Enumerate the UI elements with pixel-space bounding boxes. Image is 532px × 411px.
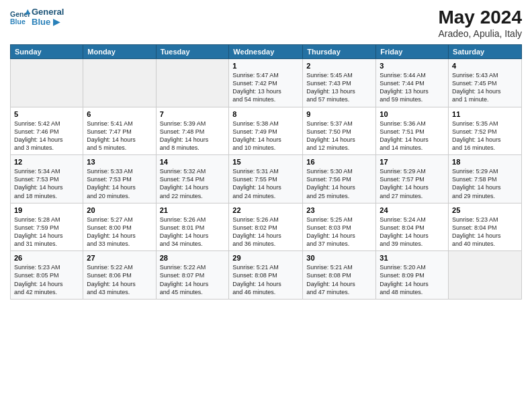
day-number: 29 [232,254,299,262]
day-number: 22 [232,206,299,214]
day-number: 16 [306,158,372,166]
table-cell: 21Sunrise: 5:26 AM Sunset: 8:01 PM Dayli… [156,203,229,251]
table-cell: 18Sunrise: 5:29 AM Sunset: 7:58 PM Dayli… [449,155,522,203]
day-info: Sunrise: 5:28 AM Sunset: 7:59 PM Dayligh… [14,216,79,248]
table-cell: 8Sunrise: 5:38 AM Sunset: 7:49 PM Daylig… [229,107,303,155]
day-number: 7 [160,110,226,118]
table-cell: 12Sunrise: 5:34 AM Sunset: 7:53 PM Dayli… [11,155,83,203]
location: Aradeo, Apulia, Italy [438,28,522,39]
table-cell: 27Sunrise: 5:22 AM Sunset: 8:06 PM Dayli… [83,251,156,300]
day-info: Sunrise: 5:37 AM Sunset: 7:50 PM Dayligh… [306,120,372,152]
table-cell: 1Sunrise: 5:47 AM Sunset: 7:42 PM Daylig… [229,59,303,107]
day-number: 27 [87,254,152,262]
day-number: 2 [306,62,372,70]
day-info: Sunrise: 5:24 AM Sunset: 8:04 PM Dayligh… [380,216,445,248]
table-cell: 13Sunrise: 5:33 AM Sunset: 7:53 PM Dayli… [83,155,156,203]
table-cell: 30Sunrise: 5:21 AM Sunset: 8:08 PM Dayli… [303,251,376,300]
col-monday: Monday [83,45,156,59]
table-cell: 3Sunrise: 5:44 AM Sunset: 7:44 PM Daylig… [376,59,449,107]
table-cell: 23Sunrise: 5:25 AM Sunset: 8:03 PM Dayli… [303,203,376,251]
day-info: Sunrise: 5:34 AM Sunset: 7:53 PM Dayligh… [14,167,79,200]
day-number: 1 [232,62,299,70]
day-number: 12 [14,158,79,166]
col-thursday: Thursday [303,45,376,59]
day-info: Sunrise: 5:47 AM Sunset: 7:42 PM Dayligh… [232,71,299,104]
table-cell: 20Sunrise: 5:27 AM Sunset: 8:00 PM Dayli… [83,203,156,251]
table-cell: 15Sunrise: 5:31 AM Sunset: 7:55 PM Dayli… [229,155,303,203]
col-friday: Friday [376,45,449,59]
day-number: 14 [160,158,226,166]
day-number: 24 [380,206,445,214]
logo-blue: Blue ▶ [32,17,64,27]
day-number: 23 [306,206,372,214]
day-info: Sunrise: 5:21 AM Sunset: 8:08 PM Dayligh… [232,263,299,296]
table-cell: 17Sunrise: 5:29 AM Sunset: 7:57 PM Dayli… [376,155,449,203]
day-info: Sunrise: 5:43 AM Sunset: 7:45 PM Dayligh… [452,71,518,104]
day-number: 26 [14,254,79,262]
day-number: 25 [452,206,518,214]
table-cell: 6Sunrise: 5:41 AM Sunset: 7:47 PM Daylig… [83,107,156,155]
day-info: Sunrise: 5:22 AM Sunset: 8:07 PM Dayligh… [160,263,226,296]
day-info: Sunrise: 5:36 AM Sunset: 7:51 PM Dayligh… [380,120,445,152]
table-cell: 16Sunrise: 5:30 AM Sunset: 7:56 PM Dayli… [303,155,376,203]
day-number: 13 [87,158,152,166]
title-block: May 2024 Aradeo, Apulia, Italy [438,7,522,39]
day-info: Sunrise: 5:38 AM Sunset: 7:49 PM Dayligh… [232,120,299,152]
day-info: Sunrise: 5:45 AM Sunset: 7:43 PM Dayligh… [306,71,372,104]
day-info: Sunrise: 5:22 AM Sunset: 8:06 PM Dayligh… [87,263,152,296]
day-number: 28 [160,254,226,262]
day-number: 15 [232,158,299,166]
logo-icon: General Blue [10,7,30,27]
day-info: Sunrise: 5:35 AM Sunset: 7:52 PM Dayligh… [452,120,518,152]
day-number: 21 [160,206,226,214]
day-info: Sunrise: 5:26 AM Sunset: 8:02 PM Dayligh… [232,216,299,248]
day-number: 3 [380,62,445,70]
svg-text:Blue: Blue [10,17,26,26]
day-number: 8 [232,110,299,118]
table-cell: 31Sunrise: 5:20 AM Sunset: 8:09 PM Dayli… [376,251,449,300]
table-cell: 14Sunrise: 5:32 AM Sunset: 7:54 PM Dayli… [156,155,229,203]
day-info: Sunrise: 5:39 AM Sunset: 7:48 PM Dayligh… [160,120,226,152]
table-cell [156,59,229,107]
table-cell [83,59,156,107]
table-cell: 25Sunrise: 5:23 AM Sunset: 8:04 PM Dayli… [449,203,522,251]
day-info: Sunrise: 5:29 AM Sunset: 7:57 PM Dayligh… [380,167,445,200]
header: General Blue General Blue ▶ May 2024 Ara… [10,7,522,39]
table-cell: 7Sunrise: 5:39 AM Sunset: 7:48 PM Daylig… [156,107,229,155]
day-number: 4 [452,62,518,70]
day-number: 9 [306,110,372,118]
table-cell: 9Sunrise: 5:37 AM Sunset: 7:50 PM Daylig… [303,107,376,155]
table-cell [11,59,83,107]
day-info: Sunrise: 5:23 AM Sunset: 8:05 PM Dayligh… [14,263,79,296]
day-number: 20 [87,206,152,214]
day-info: Sunrise: 5:27 AM Sunset: 8:00 PM Dayligh… [87,216,152,248]
table-cell: 11Sunrise: 5:35 AM Sunset: 7:52 PM Dayli… [449,107,522,155]
col-saturday: Saturday [449,45,522,59]
table-cell: 19Sunrise: 5:28 AM Sunset: 7:59 PM Dayli… [11,203,83,251]
day-info: Sunrise: 5:33 AM Sunset: 7:53 PM Dayligh… [87,167,152,200]
day-info: Sunrise: 5:29 AM Sunset: 7:58 PM Dayligh… [452,167,518,200]
day-number: 10 [380,110,445,118]
day-number: 6 [87,110,152,118]
table-cell: 22Sunrise: 5:26 AM Sunset: 8:02 PM Dayli… [229,203,303,251]
table-cell: 28Sunrise: 5:22 AM Sunset: 8:07 PM Dayli… [156,251,229,300]
day-info: Sunrise: 5:31 AM Sunset: 7:55 PM Dayligh… [232,167,299,200]
day-info: Sunrise: 5:26 AM Sunset: 8:01 PM Dayligh… [160,216,226,248]
day-info: Sunrise: 5:25 AM Sunset: 8:03 PM Dayligh… [306,216,372,248]
logo: General Blue General Blue ▶ [10,7,64,27]
col-wednesday: Wednesday [229,45,303,59]
day-info: Sunrise: 5:30 AM Sunset: 7:56 PM Dayligh… [306,167,372,200]
day-number: 18 [452,158,518,166]
calendar-table: Sunday Monday Tuesday Wednesday Thursday… [10,44,522,300]
table-cell: 10Sunrise: 5:36 AM Sunset: 7:51 PM Dayli… [376,107,449,155]
day-number: 11 [452,110,518,118]
day-number: 30 [306,254,372,262]
table-cell: 4Sunrise: 5:43 AM Sunset: 7:45 PM Daylig… [449,59,522,107]
day-number: 5 [14,110,79,118]
table-cell: 29Sunrise: 5:21 AM Sunset: 8:08 PM Dayli… [229,251,303,300]
table-cell: 26Sunrise: 5:23 AM Sunset: 8:05 PM Dayli… [11,251,83,300]
day-number: 31 [380,254,445,262]
day-info: Sunrise: 5:32 AM Sunset: 7:54 PM Dayligh… [160,167,226,200]
table-cell [449,251,522,300]
month-title: May 2024 [438,7,522,28]
